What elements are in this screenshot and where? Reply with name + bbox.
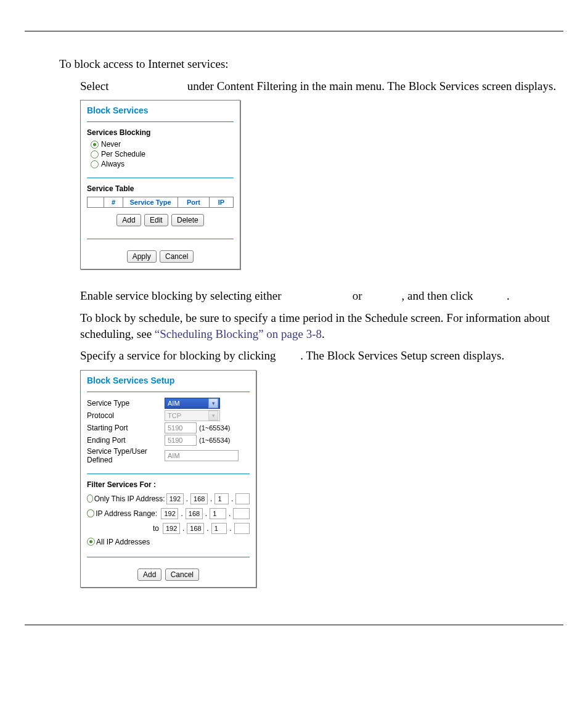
service-table-header-row: # Service Type Port IP: [88, 197, 234, 208]
to-label: to: [87, 524, 161, 533]
step2-pre: Enable service blocking by selecting eit…: [80, 289, 284, 302]
service-table: # Service Type Port IP: [87, 197, 234, 208]
chevron-down-icon: ▾: [208, 411, 218, 421]
radio-never[interactable]: [91, 141, 99, 149]
step-1-text: Select Block Services under Content Filt…: [80, 78, 563, 94]
start-port-row: Starting Port 5190 (1~65534): [87, 422, 250, 434]
user-defined-label: Service Type/User Defined: [87, 447, 165, 464]
ip-range-to-row: to 192. 168. 1.: [87, 521, 250, 536]
panel1-rule-1: [87, 121, 234, 122]
panel2-rule-2: [87, 474, 250, 474]
range-from-b[interactable]: 168: [186, 508, 203, 519]
filter-section: Filter Services For : Only This IP Addre…: [81, 479, 256, 552]
setup-cancel-button[interactable]: Cancel: [165, 568, 199, 581]
service-type-row: Service Type AIM ▾: [87, 397, 250, 409]
chevron-down-icon: ▾: [208, 398, 218, 408]
range-to-b[interactable]: 168: [187, 523, 204, 534]
only-ip-b[interactable]: 168: [190, 493, 208, 504]
user-defined-input[interactable]: AIM: [165, 450, 239, 461]
delete-button[interactable]: Delete: [171, 214, 204, 226]
services-blocking-section: Services Blocking Never Per Schedule Alw…: [81, 127, 240, 173]
radio-never-label: Never: [101, 140, 121, 149]
panel1-footer-buttons: Apply Cancel: [81, 244, 240, 269]
step-4-text: Specify a service for blocking by clicki…: [80, 348, 563, 364]
step-1-pre: Select: [80, 80, 112, 92]
col-select: [88, 197, 104, 208]
end-port-hint: (1~65534): [199, 437, 230, 444]
range-to-c[interactable]: 1: [211, 523, 227, 534]
panel2-footer-buttons: Add Cancel: [81, 562, 256, 587]
radio-always-row[interactable]: Always: [87, 159, 234, 169]
protocol-value: TCP: [168, 412, 181, 419]
block-services-setup-panel: Block Services Setup Service Type AIM ▾ …: [80, 370, 256, 588]
panel2-rule-1: [87, 392, 250, 392]
range-from-c[interactable]: 1: [210, 508, 226, 519]
all-ip-label: All IP Addresses: [96, 538, 150, 546]
end-port-row: Ending Port 5190 (1~65534): [87, 434, 250, 446]
step4-end: . The Block Services Setup screen displa…: [300, 349, 504, 362]
radio-never-row[interactable]: Never: [87, 139, 234, 149]
panel2-form: Service Type AIM ▾ Protocol TCP ▾ Starti…: [81, 397, 256, 469]
services-blocking-label: Services Blocking: [87, 127, 234, 139]
range-from-a[interactable]: 192: [161, 508, 178, 519]
ip-range-label: IP Address Range:: [96, 509, 160, 518]
cancel-button[interactable]: Cancel: [160, 250, 194, 263]
all-ip-row[interactable]: All IP Addresses: [87, 536, 250, 548]
block-services-panel: Block Services Services Blocking Never P…: [80, 100, 240, 269]
apply-button[interactable]: Apply: [127, 250, 157, 263]
radio-only-ip[interactable]: [87, 495, 93, 503]
step2-end: .: [507, 289, 510, 302]
service-table-label: Service Table: [87, 183, 234, 195]
protocol-row: Protocol TCP ▾: [87, 409, 250, 422]
step3-end: .: [322, 327, 325, 340]
panel1-rule-2: [87, 178, 234, 178]
intro-text: To block access to Internet services:: [59, 56, 563, 72]
end-port-label: Ending Port: [87, 436, 165, 445]
panel1-title: Block Services: [81, 101, 240, 117]
panel2-rule-3: [87, 557, 250, 557]
step-2-text: Enable service blocking by selecting eit…: [80, 288, 563, 304]
start-port-input[interactable]: 5190: [165, 422, 197, 433]
radio-per-schedule[interactable]: [91, 150, 99, 158]
radio-per-schedule-label: Per Schedule: [101, 150, 145, 158]
step2-mid1: or: [349, 289, 365, 302]
service-type-value: AIM: [168, 400, 180, 407]
step-3-text: To block by schedule, be sure to specify…: [80, 310, 563, 342]
step-1-post: under Content Filtering in the main menu…: [184, 80, 556, 92]
only-ip-row[interactable]: Only This IP Address: 192. 168. 1.: [87, 491, 250, 506]
service-table-section: Service Table # Service Type Port IP Add…: [81, 183, 240, 234]
start-port-hint: (1~65534): [199, 424, 230, 432]
radio-ip-range[interactable]: [87, 509, 94, 517]
only-ip-d[interactable]: [235, 493, 250, 504]
panel1-rule-3: [87, 239, 234, 239]
service-type-label: Service Type: [87, 399, 165, 408]
page-top-rule: [25, 31, 563, 31]
page-bottom-rule: [25, 625, 563, 625]
filter-heading: Filter Services For :: [87, 479, 250, 491]
radio-always[interactable]: [91, 160, 99, 168]
col-service-type: Service Type: [123, 197, 178, 208]
radio-always-label: Always: [101, 160, 125, 168]
radio-all-ip[interactable]: [87, 538, 95, 546]
user-defined-row: Service Type/User Defined AIM: [87, 446, 250, 465]
ip-range-row[interactable]: IP Address Range: 192. 168. 1.: [87, 506, 250, 521]
only-ip-a[interactable]: 192: [166, 493, 184, 504]
protocol-label: Protocol: [87, 411, 165, 420]
scheduling-link[interactable]: “Scheduling Blocking” on page 3-8: [155, 327, 322, 340]
step2-mid2: , and then click: [402, 289, 476, 302]
range-to-d[interactable]: [234, 523, 250, 534]
col-ip: IP: [210, 197, 234, 208]
setup-add-button[interactable]: Add: [137, 568, 161, 581]
end-port-input[interactable]: 5190: [165, 435, 197, 446]
range-to-a[interactable]: 192: [163, 523, 180, 534]
only-ip-c[interactable]: 1: [214, 493, 229, 504]
start-port-label: Starting Port: [87, 424, 165, 432]
service-type-select[interactable]: AIM ▾: [165, 398, 220, 409]
panel2-title: Block Services Setup: [81, 371, 256, 387]
add-button[interactable]: Add: [116, 214, 141, 226]
edit-button[interactable]: Edit: [144, 214, 168, 226]
col-hash: #: [104, 197, 123, 208]
range-from-d[interactable]: [233, 508, 250, 519]
step4-pre: Specify a service for blocking by clicki…: [80, 349, 279, 362]
radio-per-schedule-row[interactable]: Per Schedule: [87, 149, 234, 159]
